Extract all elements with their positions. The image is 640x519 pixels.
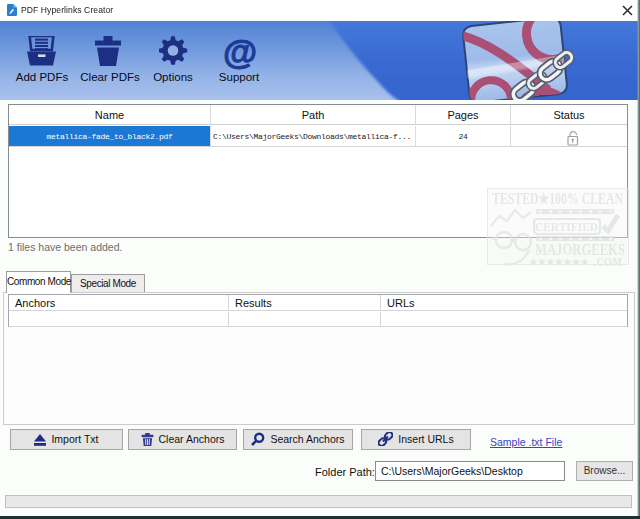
svg-text:CERTIFIED: CERTIFIED	[535, 219, 598, 234]
svg-text:TESTED★100% CLEAN: TESTED★100% CLEAN	[492, 190, 623, 207]
svg-text:.COM: .COM	[594, 255, 622, 269]
svg-text:★★★★★★★: ★★★★★★★	[529, 257, 590, 267]
